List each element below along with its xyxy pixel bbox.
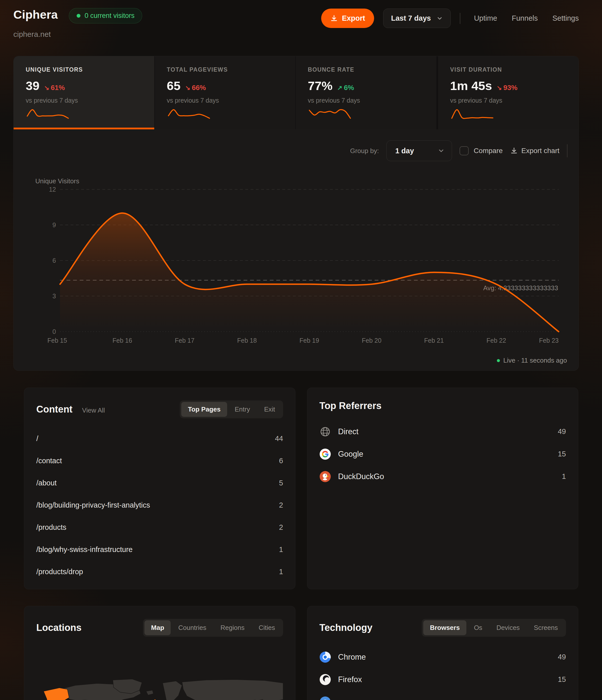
- arrow-down-right-icon: ↘: [497, 84, 502, 92]
- page-visitors-count: 44: [275, 434, 283, 443]
- export-button[interactable]: Export: [321, 8, 374, 28]
- page-path-link[interactable]: /about: [36, 479, 57, 487]
- content-tabs: Top PagesEntryExit: [180, 400, 283, 418]
- unique-visitors-chart: Unique Visitors129630Avg: 4.333333333333…: [14, 167, 579, 351]
- stat-sparkline: [308, 108, 352, 120]
- controls-divider: [567, 144, 568, 157]
- technology-panel: Technology BrowsersOsDevicesScreens Chro…: [307, 606, 578, 700]
- main-nav: UptimeFunnelsSettings: [474, 14, 579, 22]
- compare-label[interactable]: Compare: [474, 147, 503, 155]
- referrer-row-google: Google15: [319, 443, 566, 465]
- page-path-link[interactable]: /: [36, 434, 38, 443]
- nav-item-uptime[interactable]: Uptime: [474, 14, 497, 22]
- x-tick: Feb 16: [112, 337, 132, 344]
- stat-delta-value: 6%: [344, 84, 354, 92]
- x-tick: Feb 15: [47, 337, 67, 344]
- page-visitors-count: 6: [279, 457, 283, 465]
- world-map-svg: [36, 648, 284, 700]
- view-all-link[interactable]: View All: [82, 406, 105, 414]
- duckduckgo-icon: [319, 471, 331, 482]
- chart-controls: Group by: 1 day Compare Export chart: [350, 141, 568, 161]
- header: Ciphera 0 current visitors ciphera.net E…: [14, 5, 579, 39]
- browser-row-firefox: Firefox15: [319, 668, 566, 691]
- page-path-link[interactable]: /contact: [36, 457, 62, 465]
- content-tab-entry[interactable]: Entry: [228, 402, 257, 417]
- technology-panel-title: Technology: [319, 622, 372, 633]
- locations-tabs: MapCountriesRegionsCities: [143, 619, 283, 637]
- stat-value-row: 65↘66%: [167, 79, 296, 93]
- content-row: /blog/building-privacy-first-analytics2: [36, 494, 283, 516]
- referrer-count: 1: [562, 472, 566, 481]
- referrer-row-duckduckgo: DuckDuckGo1: [319, 465, 566, 488]
- google-icon: [319, 448, 331, 460]
- locations-panel: Locations MapCountriesRegionsCities: [24, 606, 296, 700]
- nav-item-funnels[interactable]: Funnels: [512, 14, 538, 22]
- browser-link[interactable]: Firefox: [319, 674, 362, 685]
- page-path-link[interactable]: /blog/why-swiss-infrastructure: [36, 545, 133, 554]
- x-tick: Feb 20: [362, 337, 381, 344]
- x-tick: Feb 23: [539, 337, 559, 344]
- referrer-label: DuckDuckGo: [338, 472, 384, 481]
- browser-link[interactable]: Chrome: [319, 651, 366, 663]
- stat-value-row: 77%↗6%: [308, 79, 436, 93]
- referrer-link[interactable]: DuckDuckGo: [319, 471, 384, 482]
- referrer-row-direct: Direct49: [319, 420, 566, 443]
- locations-tab-map[interactable]: Map: [145, 620, 171, 635]
- content-row: /about5: [36, 472, 283, 494]
- content-tab-top-pages[interactable]: Top Pages: [181, 402, 227, 417]
- technology-tab-browsers[interactable]: Browsers: [423, 620, 467, 635]
- content-row: /44: [36, 427, 283, 450]
- content-row: /products/drop1: [36, 560, 283, 583]
- technology-tab-devices[interactable]: Devices: [490, 620, 526, 635]
- map-region-alaska[interactable]: [42, 688, 69, 700]
- page-path-link[interactable]: /products/drop: [36, 568, 83, 576]
- stat-card-visit-duration[interactable]: VISIT DURATION1m 45s↘93%vs previous 7 da…: [438, 56, 579, 129]
- locations-tab-cities[interactable]: Cities: [252, 620, 282, 635]
- browser-row-chrome: Chrome49: [319, 646, 566, 668]
- x-tick: Feb 22: [486, 337, 506, 344]
- browser-label: Firefox: [338, 675, 362, 684]
- referrer-link[interactable]: Google: [319, 448, 363, 460]
- stat-delta-value: 66%: [192, 84, 206, 92]
- referrers-panel: Top Referrers Direct49Google15DuckDuckGo…: [307, 388, 578, 589]
- stat-card-total-pageviews[interactable]: TOTAL PAGEVIEWS65↘66%vs previous 7 days: [155, 56, 296, 129]
- map-region-united-kingdom[interactable]: [151, 699, 157, 700]
- current-visitors-badge: 0 current visitors: [69, 8, 142, 23]
- firefox-icon: [319, 674, 331, 685]
- live-status: Live · 11 seconds ago: [497, 356, 567, 365]
- content-panel-title: Content: [36, 404, 73, 415]
- group-by-dropdown[interactable]: 1 day: [386, 141, 452, 161]
- stat-value: 39: [26, 79, 40, 93]
- map-region-russia: [182, 680, 283, 700]
- stat-delta: ↘66%: [185, 84, 206, 92]
- browser-link: [319, 696, 338, 700]
- arrow-down-right-icon: ↘: [185, 84, 190, 92]
- download-icon: [510, 147, 518, 155]
- technology-tab-screens[interactable]: Screens: [527, 620, 565, 635]
- referrer-link[interactable]: Direct: [319, 426, 358, 438]
- page-path-link[interactable]: /blog/building-privacy-first-analytics: [36, 501, 150, 509]
- stat-value-row: 1m 45s↘93%: [450, 79, 579, 93]
- stat-card-unique-visitors[interactable]: UNIQUE VISITORS39↘61%vs previous 7 days: [14, 56, 154, 129]
- browser-count: 15: [558, 675, 566, 683]
- browser-icon: [319, 696, 331, 700]
- page-path-link[interactable]: /products: [36, 523, 66, 531]
- referrer-count: 15: [558, 450, 566, 458]
- chart-ylabel: Unique Visitors: [35, 177, 79, 185]
- content-tab-exit[interactable]: Exit: [258, 402, 282, 417]
- y-tick: 9: [52, 221, 56, 228]
- y-tick: 0: [52, 328, 56, 335]
- date-range-dropdown[interactable]: Last 7 days: [383, 8, 451, 28]
- stat-label: BOUNCE RATE: [308, 66, 436, 73]
- nav-item-settings[interactable]: Settings: [552, 14, 579, 22]
- export-chart-button[interactable]: Export chart: [510, 147, 559, 155]
- stat-delta: ↗6%: [337, 84, 354, 92]
- compare-checkbox[interactable]: [459, 146, 469, 155]
- locations-tab-regions[interactable]: Regions: [214, 620, 251, 635]
- chevron-down-icon: [437, 147, 445, 154]
- group-by-label: Group by:: [350, 147, 379, 155]
- locations-tab-countries[interactable]: Countries: [172, 620, 213, 635]
- stat-compare-label: vs previous 7 days: [26, 97, 154, 104]
- technology-tab-os[interactable]: Os: [468, 620, 489, 635]
- stat-card-bounce-rate[interactable]: BOUNCE RATE77%↗6%vs previous 7 days: [296, 56, 436, 129]
